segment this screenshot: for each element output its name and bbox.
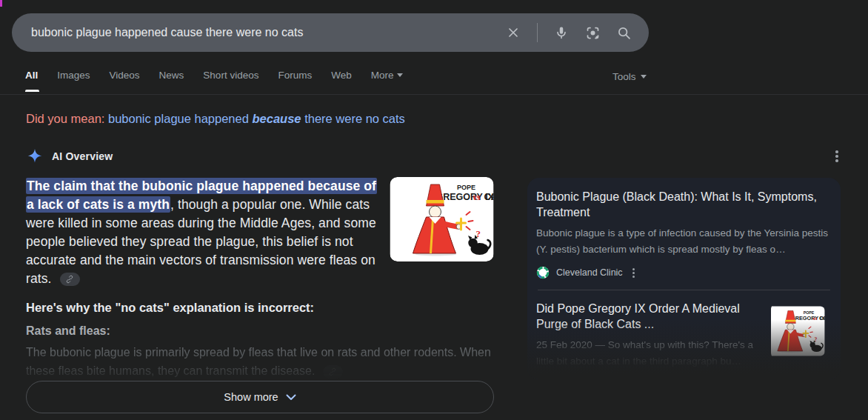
cleveland-clinic-favicon bbox=[536, 266, 550, 279]
museum-hack-favicon bbox=[536, 378, 550, 379]
citation-link-button[interactable] bbox=[60, 273, 80, 286]
result-thumbnail-pope-gregory-vs-cats[interactable] bbox=[771, 301, 832, 361]
tab-short-videos[interactable]: Short videos bbox=[203, 70, 258, 81]
result-type-tabs: All Images Videos News Short videos Foru… bbox=[25, 70, 403, 81]
search-icon bbox=[616, 25, 632, 41]
spelling-suggestion-link[interactable]: bubonic plague happened because there we… bbox=[104, 112, 404, 125]
did-you-mean-label: Did you mean: bbox=[26, 112, 104, 125]
ai-overview-section-heading: Here's why the "no cats" explanation is … bbox=[26, 301, 494, 315]
result-snippet: Bubonic plague is a type of infection ca… bbox=[536, 225, 832, 258]
did-you-mean: Did you mean: bubonic plague happened be… bbox=[26, 112, 405, 126]
tab-images[interactable]: Images bbox=[57, 70, 90, 81]
voice-search-button[interactable] bbox=[551, 22, 572, 43]
ai-overview-title: AI Overview bbox=[52, 150, 113, 162]
active-tab-underline bbox=[25, 90, 39, 92]
result-title-link[interactable]: Bubonic Plague (Black Death): What Is It… bbox=[536, 189, 832, 220]
chevron-down-icon bbox=[397, 73, 403, 77]
google-lens-icon bbox=[585, 25, 601, 41]
source-result: Did Pope Gregory IX Order A Medieval Pur… bbox=[536, 301, 832, 379]
close-icon bbox=[506, 25, 521, 40]
result-menu-button[interactable] bbox=[632, 268, 635, 278]
ai-sparkle-icon bbox=[27, 148, 43, 164]
result-source-row: Cleveland Clinic bbox=[536, 266, 832, 279]
tab-forums[interactable]: Forums bbox=[278, 70, 312, 81]
chevron-down-icon bbox=[286, 394, 296, 401]
ai-overview-image-pope-gregory-vs-cats[interactable] bbox=[390, 177, 494, 261]
microphone-icon bbox=[554, 25, 569, 40]
ai-overview-header: AI Overview bbox=[27, 148, 113, 164]
link-icon bbox=[328, 367, 337, 376]
header-divider bbox=[0, 94, 868, 95]
tab-videos[interactable]: Videos bbox=[110, 70, 140, 81]
screen-edge-artifact bbox=[0, 0, 2, 7]
ai-overview-body: The claim that the bubonic plague happen… bbox=[26, 177, 494, 380]
ai-overview-faded-text: The bubonic plague is primarily spread b… bbox=[26, 343, 494, 380]
ai-overview-subheading: Rats and fleas: bbox=[26, 324, 494, 338]
result-title-link[interactable]: Did Pope Gregory IX Order A Medieval Pur… bbox=[536, 301, 762, 332]
source-result: Bubonic Plague (Black Death): What Is It… bbox=[536, 189, 832, 279]
link-icon bbox=[65, 275, 74, 284]
tools-button[interactable]: Tools bbox=[612, 71, 647, 82]
suggestion-emphasis: because bbox=[253, 112, 301, 125]
search-bar-divider bbox=[537, 23, 538, 42]
result-source-row: Museum Hack bbox=[536, 378, 762, 379]
card-divider bbox=[538, 290, 830, 290]
tab-web[interactable]: Web bbox=[331, 70, 352, 81]
ai-overview-menu-button[interactable] bbox=[831, 149, 843, 164]
ai-overview-paragraph: The claim that the bubonic plague happen… bbox=[26, 177, 385, 288]
citation-link-button[interactable] bbox=[323, 365, 343, 379]
ai-overview-sources-card: Bubonic Plague (Black Death): What Is It… bbox=[527, 178, 841, 379]
tab-all[interactable]: All bbox=[25, 70, 38, 81]
tab-more[interactable]: More bbox=[371, 70, 404, 81]
tab-news[interactable]: News bbox=[159, 70, 184, 81]
clear-search-button[interactable] bbox=[503, 22, 524, 43]
chevron-down-icon bbox=[641, 75, 647, 79]
search-bar[interactable] bbox=[12, 13, 649, 52]
result-snippet: 25 Feb 2020 — So what's up with this? Th… bbox=[536, 337, 762, 370]
search-input[interactable] bbox=[31, 26, 503, 39]
search-submit-button[interactable] bbox=[613, 22, 634, 43]
lens-search-button[interactable] bbox=[582, 22, 603, 43]
show-more-button[interactable]: Show more bbox=[26, 381, 494, 413]
source-name: Cleveland Clinic bbox=[556, 267, 623, 278]
